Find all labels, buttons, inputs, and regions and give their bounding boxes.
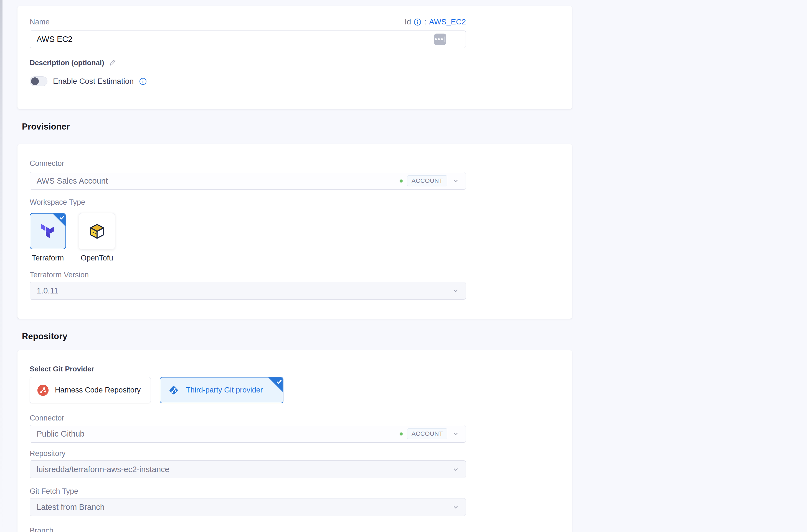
git-provider-thirdparty-button[interactable]: Third-party Git provider [160, 377, 284, 403]
opentofu-icon [89, 223, 105, 240]
git-provider-label: Select Git Provider [30, 364, 560, 374]
chevron-down-icon [452, 466, 460, 473]
terraform-icon [40, 223, 56, 240]
workspace-type-label: Workspace Type [30, 197, 560, 207]
check-icon [59, 215, 65, 221]
workspace-settings-form: Name Id : AWS_EC2 AWS EC2 Description (o… [18, 0, 572, 532]
check-icon [276, 379, 282, 385]
chevron-down-icon [452, 177, 460, 185]
description-label: Description (optional) [30, 58, 104, 68]
workspace-type-opentofu[interactable] [79, 213, 115, 249]
id-label: Id [405, 18, 411, 26]
name-input[interactable]: AWS EC2 [30, 31, 466, 48]
connector-label: Connector [30, 159, 560, 168]
repository-connector-select[interactable]: Public Github ACCOUNT [30, 425, 466, 443]
info-icon[interactable] [414, 18, 421, 26]
cost-estimation-toggle[interactable] [30, 76, 47, 86]
edit-pencil-icon[interactable] [109, 59, 116, 66]
workspace-details-card: Name Id : AWS_EC2 AWS EC2 Description (o… [18, 6, 572, 109]
harness-code-icon [37, 384, 49, 396]
workspace-type-terraform[interactable] [30, 213, 66, 249]
provisioner-card: Connector AWS Sales Account ACCOUNT Work… [18, 144, 572, 319]
repository-label: Repository [30, 449, 560, 458]
git-fetch-type-select[interactable]: Latest from Branch [30, 498, 466, 516]
id-separator: : [424, 18, 426, 26]
repository-heading: Repository [22, 331, 572, 341]
git-provider-harness-label: Harness Code Repository [55, 386, 140, 395]
git-icon [168, 384, 180, 396]
provisioner-heading: Provisioner [22, 122, 572, 132]
chevron-down-icon [452, 287, 460, 294]
name-label: Name [30, 17, 50, 26]
chevron-down-icon [452, 503, 460, 511]
cost-estimation-label: Enable Cost Estimation [53, 77, 134, 86]
connector-status-dot [400, 179, 403, 183]
panel-edge [0, 0, 2, 532]
connector-status-dot [400, 433, 403, 436]
git-fetch-type-label: Git Fetch Type [30, 487, 560, 496]
info-icon[interactable] [139, 78, 147, 85]
repository-card: Select Git Provider Harness Code Reposit… [18, 350, 572, 532]
provisioner-connector-select[interactable]: AWS Sales Account ACCOUNT [30, 172, 466, 190]
chevron-down-icon [452, 430, 460, 438]
scope-badge: ACCOUNT [407, 175, 447, 186]
terraform-version-select[interactable]: 1.0.11 [30, 282, 466, 300]
scope-badge: ACCOUNT [407, 428, 447, 439]
git-provider-thirdparty-label: Third-party Git provider [186, 386, 263, 395]
selected-corner [268, 378, 283, 392]
tile-label-terraform: Terraform [32, 254, 64, 262]
branch-label: Branch [30, 526, 560, 532]
tile-label-opentofu: OpenTofu [81, 254, 113, 262]
workspace-id: Id : AWS_EC2 [405, 18, 466, 26]
connector-label: Connector [30, 413, 560, 423]
git-provider-harness-button[interactable]: Harness Code Repository [30, 377, 151, 403]
repository-select[interactable]: luisredda/terraform-aws-ec2-instance [30, 460, 466, 478]
name-input-value: AWS EC2 [37, 35, 434, 44]
text-cursor-icon [434, 34, 446, 45]
id-value: AWS_EC2 [429, 18, 466, 26]
terraform-version-label: Terraform Version [30, 270, 560, 280]
